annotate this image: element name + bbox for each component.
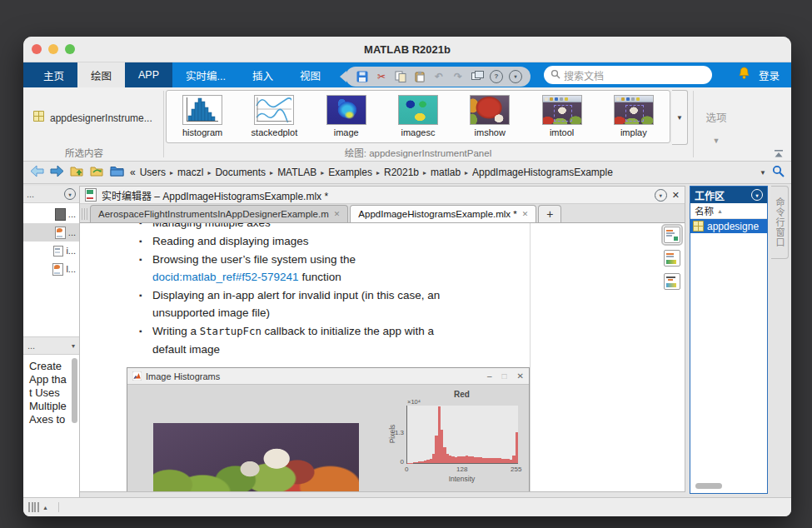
tab-view[interactable]: 视图 (286, 62, 334, 87)
selected-content-value[interactable]: appdesignerInstrume... (50, 112, 152, 124)
doc-tab-label: AerospaceFlightInstrumentsInAppDesignerE… (98, 209, 329, 219)
grip-arrow-icon: ▲ (42, 505, 48, 511)
doc-text: Writing a (152, 325, 200, 337)
tab-close-icon[interactable]: ✕ (522, 210, 529, 218)
cut-icon[interactable]: ✂ (375, 70, 388, 83)
crumb-separator-icon: ▸ (207, 169, 211, 177)
breadcrumb-item[interactable]: MATLAB (277, 167, 316, 178)
breadcrumb-item[interactable]: AppdImageHistogramsExample (472, 167, 613, 178)
breadcrumb-item[interactable]: Examples (328, 167, 372, 178)
notification-bell-icon[interactable] (738, 67, 750, 83)
live-script-file-icon (55, 227, 66, 239)
up-folder-icon[interactable] (70, 165, 84, 180)
doc-text-block: Managing multiple axes Reading and displ… (139, 223, 466, 359)
gallery-section-label: 绘图: appdesignerInstrumentPanel (166, 146, 670, 159)
tab-live-editor[interactable]: 实时编... (172, 62, 239, 87)
options-label: 选项 (695, 109, 738, 125)
script-file-icon (53, 246, 63, 257)
title-bar: MATLAB R2021b (23, 37, 791, 62)
gallery-item-imshow[interactable]: imshow (458, 95, 521, 137)
options-section[interactable]: 选项 ▼ (695, 87, 738, 147)
x-axis-label: Intensity (406, 475, 517, 483)
editor-menu-icon[interactable]: ▾ (655, 189, 667, 202)
doc-tab-aerospace[interactable]: AerospaceFlightInstrumentsInAppDesignerE… (90, 205, 348, 222)
gallery-item-imagesc[interactable]: imagesc (386, 95, 450, 137)
toolbar-dropdown-icon[interactable]: ▾ (509, 70, 522, 83)
back-icon[interactable] (30, 165, 44, 181)
tab-close-icon[interactable]: ✕ (334, 210, 341, 218)
tab-insert[interactable]: 插入 (239, 62, 286, 87)
breadcrumb-item[interactable]: matlab (431, 167, 461, 178)
editor-close-icon[interactable]: ✕ (672, 190, 680, 201)
editor-header: 实时编辑器 – AppdImageHistogramsExample.mlx *… (80, 187, 685, 204)
tab-plots[interactable]: 绘图 (77, 62, 125, 87)
file-row[interactable]: l... (23, 260, 79, 278)
bullet-item: Writing a StartupFcn callback to initial… (139, 322, 466, 358)
panel-menu-icon[interactable]: ▾ (64, 188, 76, 200)
implay-mini-toolbar (615, 96, 653, 102)
details-scrollbar[interactable] (72, 358, 77, 423)
live-script-file-icon (52, 263, 63, 276)
doc-tab-histograms[interactable]: AppdImageHistogramsExample.mlx * ✕ (350, 205, 536, 222)
workspace-header: 工作区 ▾ (690, 187, 767, 203)
switch-windows-icon[interactable] (471, 70, 484, 83)
tabbar-grip[interactable] (82, 208, 87, 220)
desktop-background: MATLAB R2021b 主页 绘图 APP 实时编... 插入 视图 ✂ (0, 0, 812, 528)
copy-icon[interactable] (394, 70, 407, 83)
file-row[interactable]: i... (23, 242, 79, 260)
gallery-item-implay[interactable]: implay (602, 95, 665, 137)
file-row[interactable]: ... (23, 205, 79, 223)
gallery-item-imtool[interactable]: imtool (531, 95, 594, 137)
crumb-separator-icon: ▸ (376, 169, 380, 177)
forward-icon[interactable] (50, 165, 64, 181)
gallery-item-stackedplot[interactable]: stackedplot (242, 95, 306, 137)
details-header[interactable]: ... ▾ (23, 336, 79, 355)
workspace-name-column-header[interactable]: 名称 ▲ (690, 203, 767, 219)
resize-grip-icon[interactable]: ▲ (28, 502, 48, 512)
histogram-title: Red (406, 390, 517, 399)
undo-icon[interactable]: ↶ (432, 70, 446, 83)
gallery-item-image[interactable]: image (315, 95, 378, 137)
redo-icon[interactable]: ↷ (451, 70, 465, 83)
browse-folder-icon[interactable] (90, 165, 104, 180)
command-window-collapsed-tab[interactable]: 命令行窗口 (771, 186, 789, 259)
workspace-h-scrollbar[interactable] (695, 483, 722, 489)
window-title: MATLAB R2021b (23, 43, 791, 56)
gallery-item-label: stackedplot (252, 127, 298, 137)
name-header-label: 名称 (695, 204, 714, 217)
view-output-inline-icon[interactable] (664, 227, 680, 243)
current-folder-header: ... ▾ (23, 186, 79, 203)
new-tab-button[interactable]: + (538, 205, 561, 222)
file-row-selected[interactable]: ... (23, 223, 79, 242)
workspace-menu-icon[interactable]: ▾ (751, 189, 763, 201)
inline-code: StartupFcn (200, 326, 262, 337)
details-title: ... (27, 341, 35, 351)
collapse-ribbon-icon[interactable] (773, 147, 786, 159)
gallery-expand-button[interactable]: ▼ (672, 90, 688, 145)
view-output-right-icon[interactable] (664, 250, 680, 266)
x-tick-128: 128 (456, 466, 467, 473)
tab-apps[interactable]: APP (125, 62, 172, 87)
doc-text: Browsing the user’s file system using th… (152, 253, 356, 266)
doc-link[interactable]: docid:matlab_ref#f52-579241 (152, 271, 299, 283)
view-hide-code-icon[interactable] (664, 273, 680, 290)
crumb-separator-icon: ▸ (465, 169, 468, 177)
folder-search-icon[interactable] (772, 165, 785, 181)
tab-home[interactable]: 主页 (30, 62, 77, 87)
gallery-item-histogram[interactable]: histogram (171, 95, 234, 137)
breadcrumb-item[interactable]: R2021b (384, 167, 419, 178)
workspace-variable-row[interactable]: appdesigne (690, 219, 767, 233)
breadcrumb-item[interactable]: maczl (177, 167, 203, 178)
address-dropdown-icon[interactable]: ▼ (760, 169, 766, 177)
save-icon[interactable] (356, 70, 369, 83)
help-icon[interactable]: ? (490, 70, 503, 83)
gallery-item-label: image (334, 127, 359, 137)
sign-in-button[interactable]: 登录 (759, 67, 780, 83)
x-tick-255: 255 (511, 466, 521, 473)
histogram-plot-area (406, 406, 518, 464)
breadcrumb-item[interactable]: Documents (215, 167, 266, 178)
paste-icon[interactable] (413, 70, 426, 83)
implay-plot-icon (614, 95, 654, 125)
breadcrumb-item[interactable]: Users (140, 167, 166, 178)
doc-search-box[interactable]: 搜索文档 (544, 66, 712, 84)
